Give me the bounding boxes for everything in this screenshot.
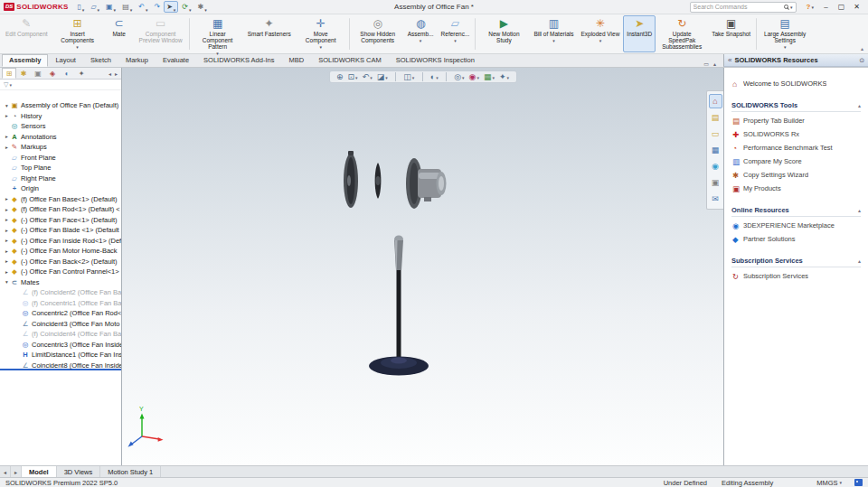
search-dropdown-icon[interactable]: ▾ <box>790 5 793 10</box>
ribbon-button[interactable]: ▦ Linear Component Pattern <box>192 15 244 52</box>
ribbon-button[interactable]: ▱ Referenc... <box>438 15 474 52</box>
taskpane-row[interactable]: Subscription Services ▴ <box>731 256 861 267</box>
tree-item[interactable]: ▸ ◆ (f) Office Fan Base<1> (Default) <box>0 194 121 205</box>
tree-item[interactable]: ◎ Sensors <box>0 121 121 132</box>
tree-item[interactable]: ◎ Concentric3 (Office Fan Inside <box>0 340 121 351</box>
taskpane-collapse-chevrons-icon[interactable]: « <box>728 56 731 64</box>
taskpane-row[interactable]: ↻ Subscription Services <box>724 269 868 283</box>
taskpane-row[interactable]: ▤ Property Tab Builder <box>724 114 868 127</box>
headsup-button[interactable]: ◫ <box>395 72 417 81</box>
expander-icon[interactable]: ▸ <box>4 196 10 201</box>
close-button[interactable]: ✕ <box>849 1 864 14</box>
commandmanager-tab[interactable]: Evaluate <box>156 54 196 67</box>
search-icon[interactable] <box>784 5 788 9</box>
taskpane-pin-icon[interactable]: ⊙ <box>859 57 864 64</box>
ribbon-collapse-icon[interactable]: ▴ <box>861 45 863 52</box>
taskpane-tab[interactable]: ▭ <box>709 126 722 141</box>
quick-access-button[interactable]: ⟳ <box>179 1 193 13</box>
units-selector[interactable]: MMGS ▾ <box>816 479 842 487</box>
tree-item[interactable]: ◎ (f) Concentric1 (Office Fan Ba <box>0 298 121 309</box>
ribbon-button[interactable]: ▣ Take Snapshot <box>708 15 754 52</box>
ribbon-button[interactable]: ⊂ Mate <box>104 15 135 52</box>
ribbon-button[interactable]: ▭ Component Preview Window <box>135 15 187 52</box>
commandmanager-collapse-icon[interactable]: ▴ <box>713 61 716 67</box>
ribbon-button[interactable]: ▥ Bill of Materials <box>530 15 577 52</box>
tree-item[interactable]: + Origin <box>0 183 121 194</box>
taskpane-tab[interactable]: ◉ <box>709 159 722 173</box>
manager-tabs-scroll-right-icon[interactable]: ▸ <box>113 70 119 77</box>
expander-icon[interactable]: ▸ <box>4 217 10 222</box>
manager-tab[interactable]: ▣ <box>31 68 45 79</box>
tree-item[interactable]: ▱ Right Plane <box>0 173 121 184</box>
headsup-button[interactable]: ↶ <box>360 72 374 81</box>
fan-neck[interactable] <box>394 236 403 271</box>
taskpane-row[interactable]: ✱ Copy Settings Wizard <box>724 168 868 182</box>
taskpane-row[interactable]: SOLIDWORKS Tools ▴ <box>731 100 861 112</box>
tree-item[interactable]: H LimitDistance1 (Office Fan Ins <box>0 350 121 361</box>
model-tab[interactable]: 3D Views <box>57 466 101 477</box>
headsup-button[interactable]: ◉ <box>467 72 481 81</box>
headsup-button[interactable]: ◪ <box>374 72 390 81</box>
model-canvas[interactable]: Y <box>122 68 723 465</box>
filter-dropdown-icon[interactable]: ▾ <box>9 82 12 88</box>
headsup-button[interactable]: ▦ <box>481 72 496 81</box>
taskpane-row[interactable]: ▣ My Products <box>724 182 868 195</box>
tree-item[interactable]: ▸ ◆ (-) Office Fan Face<1> (Default) <box>0 215 121 226</box>
headsup-button[interactable]: ⊡ <box>345 72 360 81</box>
tree-item[interactable]: ▸ ◆ (f) Office Fan Rod<1> (Default) < <box>0 204 121 215</box>
commandmanager-tab[interactable]: SOLIDWORKS Inspection <box>389 54 482 67</box>
tree-item[interactable]: ◎ Concentric2 (Office Fan Rod< <box>0 308 121 319</box>
ribbon-button[interactable]: ⊞ Insert Components <box>52 15 104 52</box>
ribbon-button[interactable]: ▶ New Motion Study <box>477 15 530 52</box>
headsup-button[interactable]: ✦ <box>496 72 511 81</box>
taskpane-row[interactable]: Online Resources ▴ <box>731 205 861 217</box>
quick-access-button[interactable]: ▣ <box>103 1 118 13</box>
expander-icon[interactable]: ▸ <box>4 269 10 275</box>
taskpane-row[interactable]: ▥ Compare My Score <box>724 155 868 168</box>
tree-item[interactable]: ▾ ⊂ Mates <box>0 277 121 288</box>
expander-icon[interactable]: ▸ <box>4 228 10 233</box>
quick-access-button[interactable]: ▱ <box>88 1 102 13</box>
manager-tab[interactable]: ✱ <box>16 68 31 79</box>
headsup-button[interactable]: ◎ <box>446 72 467 81</box>
tags-icon[interactable] <box>854 479 863 486</box>
ribbon-button[interactable]: ✳ Exploded View <box>577 15 623 52</box>
commandmanager-float-icon[interactable]: ▭ <box>703 61 709 67</box>
expander-icon[interactable]: ▸ <box>4 248 10 254</box>
tree-item[interactable]: ▸ ◆ (-) Office Fan Back<2> (Default) <box>0 257 121 267</box>
tree-item[interactable]: ▱ Front Plane <box>0 153 121 164</box>
tree-item[interactable]: ∠ (f) Coincident2 (Office Fan Ba <box>0 287 121 298</box>
expander-icon[interactable]: ▾ <box>4 103 10 108</box>
tree-item[interactable]: ▸ ◆ (-) Office Fan Inside Rod<1> (Def <box>0 236 121 247</box>
tree-item[interactable]: ▸ ◆ (-) Office Fan Motor Home-Back <box>0 246 121 257</box>
fan-blade[interactable] <box>375 163 382 199</box>
taskpane-tab[interactable]: ✉ <box>709 192 722 206</box>
tree-item[interactable]: ▸ ◆ (-) Office Fan Blade <1> (Default <box>0 225 121 236</box>
commandmanager-tab[interactable]: Sketch <box>83 54 118 67</box>
ribbon-button[interactable]: ◎ Show Hidden Components <box>352 15 404 52</box>
ribbon-separator[interactable] <box>756 18 757 50</box>
ribbon-button[interactable]: ✦ Smart Fasteners <box>244 15 295 52</box>
fan-pole[interactable] <box>397 270 401 362</box>
commandmanager-tab[interactable]: Assembly <box>2 54 48 67</box>
graphics-area[interactable]: ⊕ ⊡ ↶ ◪ <box>122 68 723 465</box>
commandmanager-tab[interactable]: Layout <box>48 54 83 67</box>
tree-item[interactable]: ▸ ◔ History <box>0 111 121 122</box>
model-tab[interactable]: Motion Study 1 <box>100 466 161 477</box>
ribbon-separator[interactable] <box>189 18 190 50</box>
taskpane-tab[interactable]: ▤ <box>709 110 722 125</box>
fan-guard-front[interactable] <box>344 151 358 208</box>
expander-icon[interactable]: ▸ <box>4 145 10 150</box>
filter-funnel-icon[interactable]: ▽ <box>4 81 8 89</box>
manager-tab[interactable]: ◈ <box>45 68 60 79</box>
quick-access-button[interactable]: ↷ <box>151 1 163 13</box>
tree-item[interactable]: ▸ ◆ (-) Office Fan Control Pannel<1> <box>0 267 121 277</box>
ribbon-button[interactable]: ✎ Edit Component <box>2 15 52 52</box>
quick-access-button[interactable]: ▤ <box>119 1 135 13</box>
ribbon-button[interactable]: ➤ Instant3D <box>623 15 656 52</box>
maximize-button[interactable]: ▢ <box>834 1 849 14</box>
tabs-scroll-left-icon[interactable]: ◂ <box>0 466 11 477</box>
quick-access-button[interactable]: ✱ <box>195 1 210 13</box>
expander-icon[interactable]: ▸ <box>4 258 10 264</box>
expander-icon[interactable]: ▸ <box>4 134 10 139</box>
